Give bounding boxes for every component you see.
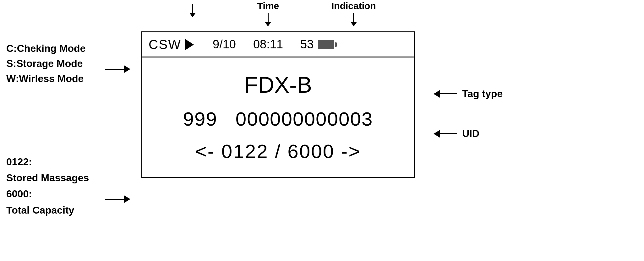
status-bar: CSW 9/10 08:11 53 <box>142 32 414 57</box>
wireless-label: Wirless <box>176 0 209 3</box>
status-slot: 9/10 <box>213 38 236 51</box>
display-box: CSW 9/10 08:11 53 FDX-B 999 000000000003… <box>141 31 415 178</box>
system-time-label-line2: Time <box>251 0 285 12</box>
status-time: 08:11 <box>253 38 283 51</box>
uid-arrow-head <box>434 130 440 138</box>
mode-s-label: S:Storage Mode <box>6 56 85 71</box>
right-labels: Tag type UID <box>434 88 503 168</box>
tag-type-label: Tag type <box>462 88 503 100</box>
stored-0122: 0122: <box>6 154 89 170</box>
nav-value: <- 0122 / 6000 -> <box>195 140 361 162</box>
wireless-arrow-group: Wirless <box>176 0 209 17</box>
stored-massages: Stored Massages <box>6 170 89 186</box>
battery-arrow-line <box>353 13 354 22</box>
uid-label: UID <box>462 128 479 139</box>
mode-arrow <box>105 65 130 73</box>
tag-type-arrow-line <box>440 93 457 94</box>
battery-arrow-head <box>351 22 357 26</box>
battery-label-line2: Indication <box>331 0 376 12</box>
mode-arrow-head <box>124 65 130 73</box>
battery-arrow-down <box>331 13 376 26</box>
page-container: C:Cheking Mode S:Storage Mode W:Wirless … <box>0 0 644 261</box>
stored-arrow <box>105 195 130 203</box>
stored-6000: 6000: <box>6 186 89 202</box>
wireless-arrow-line <box>192 4 193 13</box>
mode-arrow-line <box>105 69 124 70</box>
system-time-arrow-group: System Time <box>251 0 285 26</box>
mode-w-label: W:Wirless Mode <box>6 71 85 86</box>
display-content: FDX-B 999 000000000003 <- 0122 / 6000 -> <box>142 57 414 177</box>
mode-labels: C:Cheking Mode S:Storage Mode W:Wirless … <box>6 41 85 86</box>
status-csw: CSW <box>149 37 181 52</box>
system-time-arrow-head <box>265 22 271 26</box>
battery-arrow-group: Battery Indication <box>331 0 376 26</box>
status-arrow-right-icon <box>185 39 194 50</box>
uid-number: 000000000003 <box>236 108 373 130</box>
wireless-arrow-down <box>176 4 209 17</box>
tag-type-arrow-head <box>434 90 440 98</box>
mode-c-label: C:Cheking Mode <box>6 41 85 56</box>
uid-label-item: UID <box>434 128 503 139</box>
stored-arrow-head <box>124 195 130 203</box>
tag-type-label-item: Tag type <box>434 88 503 100</box>
stored-capacity: Total Capacity <box>6 202 89 218</box>
system-time-arrow-down <box>251 13 285 26</box>
uid-value: 999 000000000003 <box>183 108 373 130</box>
uid-country: 999 <box>183 108 217 130</box>
battery-icon <box>318 40 334 49</box>
wireless-arrow-head <box>189 13 196 17</box>
tag-type-value: FDX-B <box>244 72 312 98</box>
system-time-arrow-line <box>268 13 269 22</box>
uid-arrow-line <box>440 133 457 134</box>
display-wrapper: Wirless System Time Battery Indication <box>141 31 415 178</box>
stored-labels: 0122: Stored Massages 6000: Total Capaci… <box>6 154 89 218</box>
stored-arrow-line <box>105 199 124 200</box>
tag-type-arrow-left <box>434 90 457 98</box>
status-battery-num: 53 <box>300 38 314 51</box>
uid-arrow-left <box>434 130 457 138</box>
